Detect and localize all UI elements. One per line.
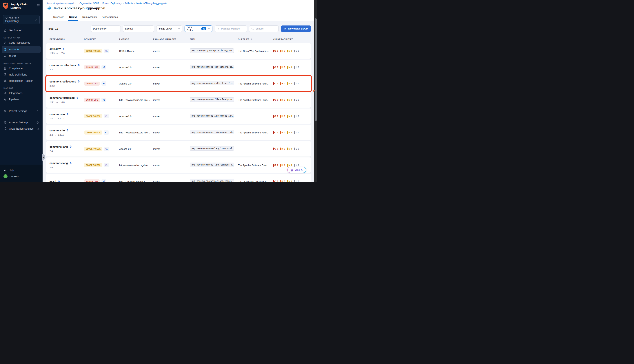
sidebar-item-code-repositories[interactable]: Code Repositories: [2, 40, 41, 46]
severity-bar: [280, 82, 281, 85]
risk-more-chip[interactable]: +1: [104, 147, 109, 151]
sort-desc-icon: [66, 38, 68, 40]
table-row[interactable]: commons-io2.2→2.20.0CLOSE TO EOL+1http--…: [46, 125, 311, 140]
app-title: Supply Chain Security: [11, 3, 28, 10]
supplier-search-input[interactable]: [255, 27, 277, 30]
purl-chip[interactable]: pkg:maven/org.owasp.esapi/esapi…: [190, 179, 234, 182]
risk-more-chip[interactable]: +1: [104, 49, 109, 53]
vuln-count-h: H0: [280, 66, 285, 69]
dependency-version: 1.5.3→1.7.8: [50, 52, 84, 54]
purl-chip[interactable]: pkg:maven/commons-io/commons-io@…: [190, 114, 234, 118]
dependency-version: 2.2→2.20.0: [50, 134, 84, 136]
table-row[interactable]: commons-lang2.4CLOSE TO EOL+1Apache-2.0m…: [46, 141, 311, 156]
ask-ai-button[interactable]: Ask AI: [287, 167, 306, 173]
vuln-count-m: M0: [287, 66, 292, 69]
sidebar-item-rule-definitions[interactable]: Rule Definitions: [2, 72, 41, 78]
sidebar-item-help[interactable]: ? Help: [0, 167, 43, 173]
doc-icon: [4, 67, 7, 70]
sidebar-item-pipelines[interactable]: Pipelines: [2, 96, 41, 102]
sidebar-item-get-started[interactable]: Get Started: [2, 28, 41, 34]
table-row[interactable]: commons-fileupload1.3.1→1.6.0END OF LIFE…: [46, 92, 311, 108]
table-row[interactable]: commons-collections3.2.2END OF LIFE+1Apa…: [46, 76, 311, 91]
sidebar-item-integrations[interactable]: Integrations: [2, 90, 41, 96]
filter-license[interactable]: License: [123, 26, 154, 32]
sidebar-item-account-settings[interactable]: Account Settings: [2, 120, 41, 126]
dependency-version: 2.6: [50, 166, 84, 169]
table-row[interactable]: antisamy1.5.3→1.7.8CLOSE TO EOL+1BSD-2-C…: [46, 43, 311, 59]
breadcrumb-link[interactable]: lavakush07/easy-buggy-app:v6: [136, 2, 167, 4]
repo-icon: [4, 41, 7, 44]
tab-deployments[interactable]: Deployments: [82, 13, 97, 21]
breadcrumb-link[interactable]: Artifacts: [125, 2, 133, 4]
vuln-count-c: C0: [273, 164, 278, 166]
sidebar-item-compliance[interactable]: Compliance: [2, 66, 41, 72]
gear-icon: [4, 110, 7, 113]
sidebar-item-label: Rule Definitions: [9, 73, 27, 76]
project-selector[interactable]: PROJECT Exploratory: [3, 15, 40, 24]
module-grid-icon[interactable]: [37, 4, 40, 7]
purl-chip[interactable]: pkg:maven/commons-collections/co…: [190, 81, 234, 86]
risk-more-chip[interactable]: +1: [104, 163, 109, 167]
purl-chip[interactable]: pkg:maven/commons-lang/commons-l…: [190, 146, 234, 151]
sidebar: Supply Chain Security PROJECT Explorator…: [0, 0, 43, 182]
layers-icon: [62, 47, 65, 50]
license-cell: Apache-2.0: [119, 148, 153, 150]
content: Total: 12 Dependency License Image Layer: [43, 26, 317, 182]
severity-bar: [287, 50, 288, 52]
column-header-dependency[interactable]: DEPENDENCY: [50, 38, 84, 40]
breadcrumb-link[interactable]: Organization: SSCA: [79, 2, 99, 4]
layers-icon: [66, 129, 69, 132]
table-row[interactable]: commons-lang2.6CLOSE TO EOL+1http---www.…: [46, 158, 311, 173]
breadcrumb-link[interactable]: Account: app-harness-ng-cicd: [47, 2, 76, 4]
sidebar-item-remediation-tracker[interactable]: Remediation Tracker: [2, 78, 41, 84]
share-icon: [4, 92, 7, 95]
vuln-count-h: H0: [280, 131, 285, 134]
ask-ai-label: Ask AI: [295, 168, 303, 171]
vuln-count-m: M0: [287, 50, 292, 52]
purl-chip[interactable]: pkg:maven/org.owasp.antisamy/ant…: [190, 48, 234, 53]
risk-more-chip[interactable]: +1: [104, 130, 109, 135]
table-row[interactable]: commons-io1.4→2.20.0CLOSE TO EOL+1Apache…: [46, 108, 311, 124]
risk-more-chip[interactable]: +1: [104, 114, 109, 118]
severity-bar: [280, 66, 281, 69]
scrollbar-thumb[interactable]: [314, 18, 317, 121]
column-header-supplier[interactable]: SUPPLIER: [238, 38, 273, 40]
oss-risks-cell: END OF LIFE+1: [84, 98, 119, 102]
sidebar-item-organization-settings[interactable]: Organization Settings: [2, 126, 41, 132]
sidebar-item-project-settings[interactable]: Project Settings: [2, 108, 41, 114]
breadcrumb-link[interactable]: Project: Exploratory: [102, 2, 122, 4]
vuln-count-c: C0: [273, 98, 278, 101]
vuln-count-h: H0: [280, 115, 285, 118]
project-label: PROJECT: [9, 17, 19, 19]
purl-chip[interactable]: pkg:maven/commons-collections/co…: [190, 65, 234, 69]
risk-more-chip[interactable]: +1: [101, 98, 107, 102]
table-row[interactable]: commons-collections3.2.1END OF LIFE+1Apa…: [46, 60, 311, 75]
filter-image-layer[interactable]: Image Layer: [156, 26, 182, 32]
purl-chip[interactable]: pkg:maven/commons-fileupload/com…: [190, 97, 234, 102]
sidebar-item-artifacts[interactable]: Artifacts: [2, 46, 41, 53]
risk-more-chip[interactable]: +1: [101, 65, 107, 70]
download-sbom-button[interactable]: Download SBOM: [281, 26, 311, 32]
chevron-down-icon: [116, 28, 119, 30]
filter-dependency[interactable]: Dependency: [91, 26, 121, 32]
sidebar-item-ci-cd[interactable]: CI/CD: [2, 53, 41, 59]
column-header-vulnerabilities: VULNERABILITIES: [273, 38, 308, 40]
supply-chain-security-logo-icon: [3, 2, 9, 9]
risk-badge: CLOSE TO EOL: [84, 163, 102, 167]
user-menu[interactable]: L Lavakush: [0, 173, 43, 180]
license-cell: http---www.apache.org-lice…: [119, 98, 153, 101]
risk-more-chip[interactable]: +1: [101, 82, 107, 86]
risk-more-chip[interactable]: +1: [101, 179, 107, 182]
table-row[interactable]: esapiEND OF LIFE+1BSD-Creative Commons…m…: [46, 174, 311, 182]
vuln-count-m: M0: [287, 82, 292, 85]
purl-chip[interactable]: pkg:maven/commons-io/commons-io@…: [190, 130, 234, 134]
clipboard-icon: [4, 73, 7, 76]
filter-oss-risks[interactable]: OSS Risks 02: [185, 26, 212, 32]
sidebar-item-label: Remediation Tracker: [9, 79, 33, 82]
tab-overview[interactable]: Overview: [53, 13, 64, 21]
tab-sbom[interactable]: SBOM: [69, 13, 77, 21]
tab-vulnerabilities[interactable]: Vulnerabilities: [102, 13, 118, 21]
purl-chip[interactable]: pkg:maven/commons-lang/commons-l…: [190, 162, 234, 167]
severity-bar: [273, 98, 274, 101]
package-manager-search-input[interactable]: [221, 27, 245, 30]
